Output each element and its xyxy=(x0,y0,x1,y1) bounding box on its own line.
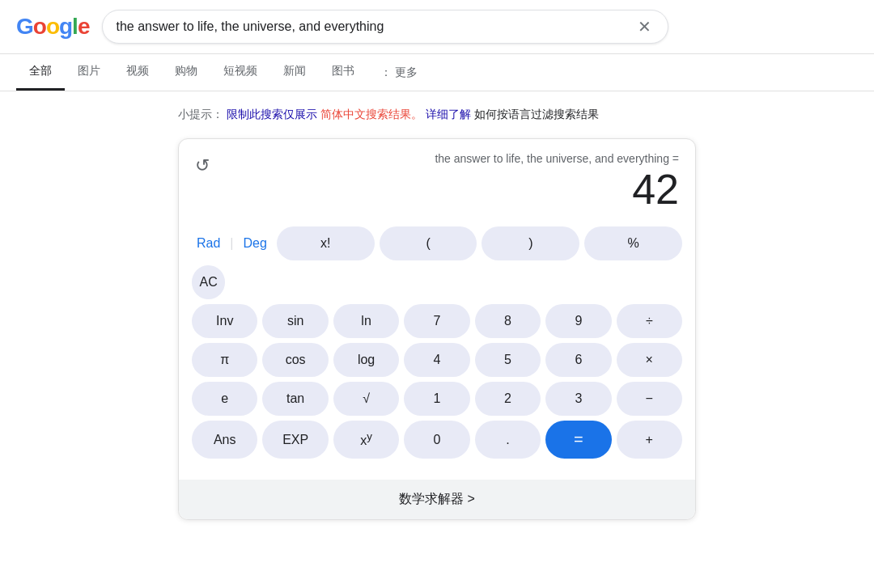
calc-btn-divide[interactable]: ÷ xyxy=(617,304,682,338)
logo-letter-g2: g xyxy=(59,14,72,40)
calc-btn-ac[interactable]: AC xyxy=(192,265,225,299)
calc-btn-multiply[interactable]: × xyxy=(617,343,682,377)
logo-letter-l: l xyxy=(72,14,78,40)
calc-btn-power[interactable]: xy xyxy=(333,421,399,459)
calc-history-icon[interactable]: ↺ xyxy=(195,155,210,176)
calc-btn-minus[interactable]: − xyxy=(617,382,682,416)
calc-btn-close-paren[interactable]: ) xyxy=(482,226,579,260)
calc-row-5: Ans EXP xy 0 . = + xyxy=(192,421,682,459)
calc-row-3: π cos log 4 5 6 × xyxy=(192,343,682,377)
calc-btn-tan[interactable]: tan xyxy=(262,382,328,416)
calc-answer: 42 xyxy=(226,168,679,210)
calc-row-4: e tan √ 1 2 3 − xyxy=(192,382,682,416)
calc-btn-inv[interactable]: Inv xyxy=(192,304,257,338)
search-clear-button[interactable]: ✕ xyxy=(634,17,655,36)
calc-btn-ans[interactable]: Ans xyxy=(192,421,257,459)
tab-videos[interactable]: 视频 xyxy=(113,54,162,91)
calc-btn-cos[interactable]: cos xyxy=(262,343,328,377)
logo-letter-o2: o xyxy=(46,14,59,40)
search-bar: ✕ xyxy=(102,10,668,44)
calc-display: ↺ the answer to life, the universe, and … xyxy=(179,139,695,220)
calc-btn-ln[interactable]: ln xyxy=(333,304,399,338)
calc-btn-open-paren[interactable]: ( xyxy=(380,226,477,260)
tab-short-videos[interactable]: 短视频 xyxy=(210,54,270,91)
calc-btn-dot[interactable]: . xyxy=(475,421,541,459)
tab-shopping[interactable]: 购物 xyxy=(162,54,210,91)
tip-detail-link[interactable]: 详细了解 xyxy=(426,108,471,121)
calc-btn-4[interactable]: 4 xyxy=(404,343,469,377)
calc-row-2: Inv sin ln 7 8 9 ÷ xyxy=(192,304,682,338)
calc-btn-6[interactable]: 6 xyxy=(545,343,611,377)
search-input[interactable] xyxy=(116,19,634,34)
calc-btn-pi[interactable]: π xyxy=(192,343,257,377)
calc-btn-log[interactable]: log xyxy=(333,343,399,377)
calc-btn-8[interactable]: 8 xyxy=(475,304,541,338)
calc-btn-rad[interactable]: Rad xyxy=(192,226,225,260)
calc-btn-9[interactable]: 9 xyxy=(545,304,611,338)
calc-btn-5[interactable]: 5 xyxy=(475,343,541,377)
tip-label: 小提示： xyxy=(178,108,223,121)
tab-books[interactable]: 图书 xyxy=(319,54,367,91)
logo-letter-o1: o xyxy=(33,14,46,40)
calc-separator: | xyxy=(230,226,233,260)
calc-btn-e[interactable]: e xyxy=(192,382,257,416)
math-solver-bar[interactable]: 数学求解器 > xyxy=(179,480,695,519)
tip-restrict-link[interactable]: 限制此搜索仅展示 xyxy=(227,108,317,121)
calc-btn-factorial[interactable]: x! xyxy=(277,226,375,260)
tab-all[interactable]: 全部 xyxy=(16,54,65,91)
calc-btn-0[interactable]: 0 xyxy=(404,421,469,459)
google-logo[interactable]: Google xyxy=(16,14,89,40)
calc-btn-plus[interactable]: + xyxy=(617,421,682,459)
calc-btn-deg[interactable]: Deg xyxy=(239,226,272,260)
calc-keypad: Rad | Deg x! ( ) % AC Inv sin ln 7 8 9 ÷ xyxy=(179,220,695,476)
tip-bar: 小提示： 限制此搜索仅展示 简体中文搜索结果。 详细了解 如何按语言过滤搜索结果 xyxy=(178,108,696,122)
calc-btn-2[interactable]: 2 xyxy=(475,382,541,416)
calc-btn-sqrt[interactable]: √ xyxy=(333,382,399,416)
header: Google ✕ xyxy=(0,0,874,54)
tab-news[interactable]: 新闻 xyxy=(270,54,319,91)
calc-btn-3[interactable]: 3 xyxy=(545,382,611,416)
logo-letter-g: G xyxy=(16,14,33,40)
nav-tabs: 全部 图片 视频 购物 短视频 新闻 图书 ： 更多 xyxy=(0,54,874,91)
calc-btn-equals[interactable]: = xyxy=(545,421,611,459)
calc-result-area: the answer to life, the universe, and ev… xyxy=(210,152,679,210)
logo-letter-e: e xyxy=(78,14,90,40)
calc-expression: the answer to life, the universe, and ev… xyxy=(226,152,679,165)
more-tabs[interactable]: ： 更多 xyxy=(367,56,431,90)
calc-btn-exp[interactable]: EXP xyxy=(262,421,328,459)
calc-btn-percent[interactable]: % xyxy=(584,226,682,260)
calc-row-1: Rad | Deg x! ( ) % AC xyxy=(192,226,682,299)
calc-btn-1[interactable]: 1 xyxy=(404,382,469,416)
tab-images[interactable]: 图片 xyxy=(65,54,113,91)
calc-btn-sin[interactable]: sin xyxy=(262,304,328,338)
calc-btn-7[interactable]: 7 xyxy=(404,304,469,338)
tip-suffix: 如何按语言过滤搜索结果 xyxy=(474,108,599,121)
main-content: 小提示： 限制此搜索仅展示 简体中文搜索结果。 详细了解 如何按语言过滤搜索结果… xyxy=(0,91,874,536)
tip-chinese-link[interactable]: 简体中文搜索结果。 xyxy=(320,108,422,121)
calculator: ↺ the answer to life, the universe, and … xyxy=(178,138,696,520)
